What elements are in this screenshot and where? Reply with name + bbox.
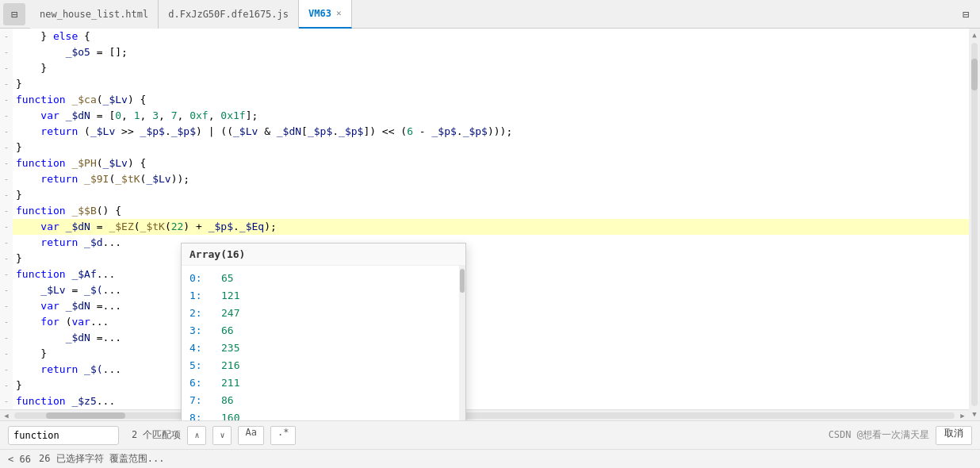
tooltip-key: 2: (189, 307, 221, 319)
code-line: } (13, 60, 969, 76)
tooltip-row-4: 4: 235 (182, 339, 459, 356)
match-count: 2 个匹配项 (132, 428, 181, 442)
code-line-highlighted: var _$dN = _$EZ(_$tK(22) + _$p$._$Eq); (13, 219, 969, 235)
scroll-right-button[interactable]: ▶ (956, 410, 969, 421)
scroll-down-button[interactable]: ▼ (969, 408, 980, 420)
code-line: return _$9I(_$tK(_$Lv)); (13, 171, 969, 187)
tooltip-value: 235 (221, 342, 239, 354)
search-regex-button[interactable]: .* (270, 426, 296, 445)
code-line: function _$Af... (13, 267, 969, 282)
code-line: } else { (13, 29, 969, 44)
gutter-minus: - (0, 203, 13, 219)
gutter-minus: - (0, 219, 13, 235)
gutter-minus: - (0, 29, 13, 44)
tooltip-row-8: 8: 160 (182, 409, 459, 420)
tooltip-popup: Array(16) 0: 65 1: 121 2: 247 3: 66 (181, 243, 466, 420)
tooltip-key: 4: (189, 342, 221, 354)
gutter-minus: - (0, 155, 13, 171)
tooltip-value: 65 (221, 272, 234, 284)
h-scrollbar-track[interactable] (14, 412, 955, 419)
vertical-scrollbar[interactable]: ▲ ▼ (969, 29, 980, 420)
search-input[interactable] (13, 430, 93, 441)
gutter-minus: - (0, 393, 13, 409)
gutter-minus: - (0, 298, 13, 314)
tooltip-row-2: 2: 247 (182, 304, 459, 321)
gutter-minus: - (0, 282, 13, 298)
tooltip-content[interactable]: 0: 65 1: 121 2: 247 3: 66 4: 235 (182, 266, 459, 420)
scroll-up-button[interactable]: ▲ (969, 29, 980, 41)
tooltip-header: Array(16) (182, 244, 465, 266)
code-line: } (13, 187, 969, 203)
tooltip-value: 211 (221, 377, 239, 389)
tooltip-value: 86 (221, 394, 234, 406)
h-scrollbar-thumb[interactable] (46, 412, 125, 419)
v-scrollbar-thumb[interactable] (971, 59, 978, 90)
gutter-minus: - (0, 362, 13, 378)
code-line: } (13, 140, 969, 155)
code-content: - - - - - - - - - - - - - - - - - - - - (0, 29, 969, 409)
code-panel: - - - - - - - - - - - - - - - - - - - - (0, 29, 969, 420)
gutter-minus: - (0, 235, 13, 251)
code-line: } (13, 251, 969, 267)
tooltip-value: 66 (221, 324, 234, 336)
tab-label: d.FxJzG50F.dfe1675.js (168, 9, 289, 20)
tooltip-key: 7: (189, 394, 221, 406)
tooltip-key: 0: (189, 272, 221, 284)
code-line: function _$PH(_$Lv) { (13, 155, 969, 171)
gutter-minus: - (0, 314, 13, 330)
gutter-minus: - (0, 171, 13, 187)
gutter-minus: - (0, 124, 13, 140)
code-line: _$dN =... (13, 330, 969, 346)
tooltip-value: 247 (221, 307, 239, 319)
tooltip-key: 5: (189, 359, 221, 371)
tab-new-house[interactable]: new_house_list.html (30, 0, 159, 29)
code-line: return (_$Lv >> _$p$._$p$) | ((_$Lv & _$… (13, 124, 969, 140)
tab-label: new_house_list.html (40, 9, 148, 20)
gutter-minus: - (0, 60, 13, 76)
gutter-minus: - (0, 76, 13, 92)
gutter-minus: - (0, 346, 13, 362)
line-col-indicator: < 66 (8, 454, 31, 465)
code-line: } (13, 378, 969, 393)
back-icon: ⊟ (11, 8, 17, 21)
tooltip-key: 3: (189, 324, 221, 336)
code-line: var _$dN =... (13, 298, 969, 314)
gutter-minus: - (0, 108, 13, 124)
code-line: return _$(... (13, 362, 969, 378)
tab-close-icon[interactable]: ✕ (336, 8, 342, 18)
gutter-minus: - (0, 251, 13, 267)
collapse-icon: ⊟ (963, 8, 969, 21)
code-line: _$o5 = []; (13, 44, 969, 60)
tab-vm63[interactable]: VM63 ✕ (299, 0, 352, 29)
tooltip-key: 1: (189, 290, 221, 301)
back-button[interactable]: ⊟ (3, 3, 25, 25)
gutter: - - - - - - - - - - - - - - - - - - - - (0, 29, 13, 409)
search-next-button[interactable]: ∨ (212, 426, 232, 445)
search-case-button[interactable]: Aa (238, 426, 263, 445)
gutter-minus: - (0, 330, 13, 346)
tab-bar: ⊟ new_house_list.html d.FxJzG50F.dfe1675… (0, 0, 980, 29)
tab-dfe1675[interactable]: d.FxJzG50F.dfe1675.js (159, 0, 299, 29)
tooltip-value: 160 (221, 412, 239, 421)
tooltip-row-6: 6: 211 (182, 374, 459, 391)
code-lines[interactable]: } else { _$o5 = []; } } function _$ca(_$… (13, 29, 969, 409)
search-prev-button[interactable]: ∧ (187, 426, 206, 445)
code-line: return _$d... (13, 235, 969, 251)
collapse-button[interactable]: ⊟ (955, 3, 977, 25)
tooltip-scrollbar[interactable]: ▲ ▼ (459, 266, 465, 420)
scroll-left-button[interactable]: ◀ (0, 410, 13, 421)
search-input-wrap[interactable] (8, 426, 119, 445)
tooltip-row-0: 0: 65 (182, 269, 459, 286)
gutter-minus: - (0, 378, 13, 393)
v-scrollbar-track[interactable] (971, 43, 978, 406)
code-line: var _$dN = [0, 1, 3, 7, 0xf, 0x1f]; (13, 108, 969, 124)
code-line: } (13, 76, 969, 92)
tooltip-scroll-thumb[interactable] (460, 269, 465, 293)
horizontal-scrollbar[interactable]: ◀ ▶ (0, 409, 969, 420)
code-line: function _$z5... (13, 393, 969, 409)
tooltip-key: 8: (189, 412, 221, 421)
tooltip-row-3: 3: 66 (182, 321, 459, 339)
status-bar: < 66 26 已选择字符 覆盖范围... (0, 449, 980, 468)
gutter-minus: - (0, 140, 13, 155)
search-cancel-button[interactable]: 取消 (936, 426, 972, 445)
